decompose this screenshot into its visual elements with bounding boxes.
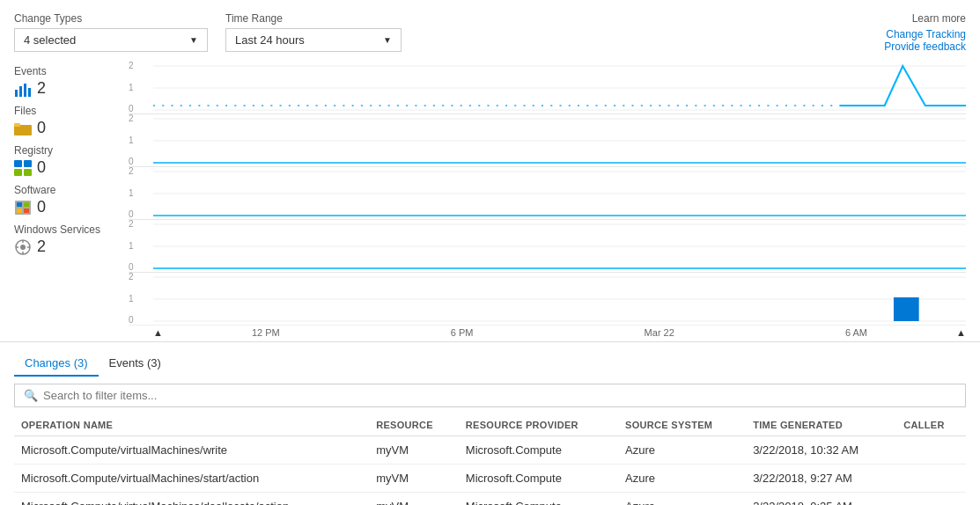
cell-time-1: 3/22/2018, 9:27 AM — [746, 465, 896, 493]
software-icon — [14, 199, 32, 216]
metric-software-label: Software — [14, 184, 120, 196]
metrics-panel: Events 2 Files — [14, 62, 120, 338]
tabs-section: Changes (3) Events (3) — [0, 341, 980, 377]
svg-rect-12 — [17, 202, 22, 207]
tabs: Changes (3) Events (3) — [14, 351, 966, 377]
time-range-label: Time Range — [225, 12, 402, 25]
y-axis-software: 2 1 0 — [129, 220, 134, 272]
svg-rect-1 — [19, 86, 22, 97]
svg-rect-9 — [14, 169, 22, 176]
data-table: OPERATION NAME RESOURCE RESOURCE PROVIDE… — [14, 414, 966, 505]
metric-events-label: Events — [14, 65, 120, 77]
tab-events[interactable]: Events (3) — [99, 351, 172, 377]
change-types-select[interactable]: 4 selected ▼ — [14, 28, 208, 52]
top-bar: Change Types 4 selected ▼ Time Range Las… — [0, 0, 980, 62]
col-caller: CALLER — [896, 414, 966, 436]
y-axis-files: 2 1 0 — [129, 114, 134, 166]
chart-area-events — [153, 62, 966, 113]
change-types-label: Change Types — [14, 12, 208, 25]
files-icon — [14, 120, 32, 137]
table-section: OPERATION NAME RESOURCE RESOURCE PROVIDE… — [0, 414, 980, 505]
svg-rect-7 — [14, 160, 22, 167]
x-axis: ▲ 12 PM 6 PM Mar 22 6 AM ▲ — [129, 326, 966, 338]
x-label-6pm: 6 PM — [451, 327, 474, 338]
col-operation: OPERATION NAME — [14, 414, 369, 436]
time-range-filter: Time Range Last 24 hours ▼ — [225, 12, 402, 52]
col-provider: RESOURCE PROVIDER — [459, 414, 618, 436]
y-axis-windows-services: 2 1 0 — [129, 273, 134, 325]
cell-provider-0: Microsoft.Compute — [459, 436, 618, 465]
svg-point-17 — [20, 245, 26, 250]
main-content: Events 2 Files — [0, 62, 980, 338]
chart-row-registry: 2 1 0 — [129, 167, 966, 220]
chart-row-windows-services: 2 1 0 — [129, 273, 966, 326]
metric-windows-services-value: 2 — [37, 238, 46, 256]
col-time: TIME GENERATED — [746, 414, 896, 436]
metric-files-label: Files — [14, 105, 120, 117]
col-resource: RESOURCE — [369, 414, 459, 436]
metric-windows-services-label: Windows Services — [14, 223, 120, 236]
cell-operation-1: Microsoft.Compute/virtualMachines/start/… — [14, 465, 369, 493]
time-range-select[interactable]: Last 24 hours ▼ — [225, 28, 402, 52]
metric-registry-value: 0 — [37, 158, 46, 177]
cell-resource-0: myVM — [369, 436, 459, 465]
table-row: Microsoft.Compute/virtualMachines/write … — [14, 436, 966, 465]
svg-rect-14 — [17, 209, 22, 213]
table-row: Microsoft.Compute/virtualMachines/deallo… — [14, 493, 966, 506]
x-axis-right-marker: ▲ — [956, 327, 966, 338]
x-label-12pm: 12 PM — [252, 327, 280, 338]
learn-more-label: Learn more — [884, 12, 966, 25]
events-icon — [14, 80, 32, 98]
chart-rows: 2 1 0 — [129, 62, 966, 326]
chart-area-software — [153, 220, 966, 272]
chart-row-events: 2 1 0 — [129, 62, 966, 114]
svg-rect-41 — [894, 297, 919, 321]
time-range-value: Last 24 hours — [235, 33, 305, 47]
cell-resource-1: myVM — [369, 465, 459, 493]
search-input[interactable] — [43, 389, 956, 402]
table-row: Microsoft.Compute/virtualMachines/start/… — [14, 465, 966, 493]
tab-changes[interactable]: Changes (3) — [14, 351, 99, 377]
svg-rect-8 — [24, 160, 32, 167]
chart-area-windows-services — [153, 273, 966, 325]
col-source: SOURCE SYSTEM — [618, 414, 746, 436]
chart-area-registry — [153, 167, 966, 219]
metric-windows-services: Windows Services 2 — [14, 223, 120, 256]
table-header: OPERATION NAME RESOURCE RESOURCE PROVIDE… — [14, 414, 966, 436]
search-icon: 🔍 — [24, 389, 38, 402]
svg-rect-13 — [24, 202, 29, 207]
change-tracking-link[interactable]: Change Tracking — [884, 28, 966, 40]
provide-feedback-link[interactable]: Provide feedback — [884, 40, 966, 53]
learn-more-section: Learn more Change Tracking Provide feedb… — [884, 12, 966, 53]
metric-software-value: 0 — [37, 198, 46, 216]
svg-rect-2 — [24, 84, 26, 97]
cell-resource-2: myVM — [369, 493, 459, 506]
windows-services-icon — [14, 238, 32, 256]
x-axis-left-marker: ▲ — [153, 327, 163, 338]
cell-source-2: Azure — [618, 493, 746, 506]
time-range-chevron: ▼ — [383, 35, 392, 45]
cell-provider-1: Microsoft.Compute — [459, 465, 618, 493]
change-types-value: 4 selected — [24, 33, 76, 47]
svg-rect-15 — [24, 209, 29, 213]
cell-provider-2: Microsoft.Compute — [459, 493, 618, 506]
y-axis-registry: 2 1 0 — [129, 167, 134, 219]
metric-files-value: 0 — [37, 119, 46, 137]
chart-panel: 2 1 0 — [120, 62, 966, 338]
metric-registry-label: Registry — [14, 144, 120, 157]
chart-row-software: 2 1 0 — [129, 220, 966, 273]
metric-registry: Registry 0 — [14, 144, 120, 177]
cell-caller-1 — [896, 465, 966, 493]
x-label-mar22: Mar 22 — [645, 327, 674, 338]
cell-source-1: Azure — [618, 465, 746, 493]
cell-caller-2 — [896, 493, 966, 506]
svg-rect-10 — [24, 169, 32, 176]
change-types-chevron: ▼ — [189, 35, 198, 45]
search-bar[interactable]: 🔍 — [14, 384, 966, 407]
cell-caller-0 — [896, 436, 966, 465]
cell-operation-2: Microsoft.Compute/virtualMachines/deallo… — [14, 493, 369, 506]
x-label-6am: 6 AM — [845, 327, 867, 338]
svg-rect-0 — [15, 90, 18, 97]
metric-events: Events 2 — [14, 65, 120, 98]
change-types-filter: Change Types 4 selected ▼ — [14, 12, 208, 52]
